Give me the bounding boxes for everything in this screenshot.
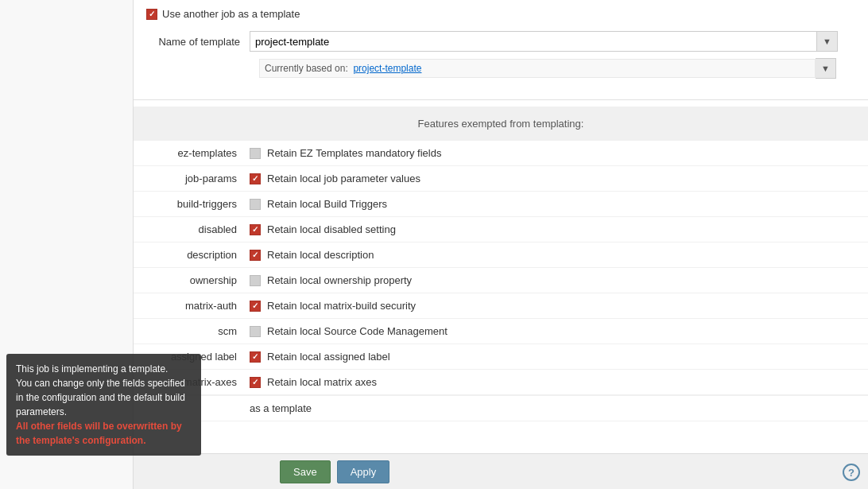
partial-row: as a template: [134, 395, 868, 421]
tooltip-line3: All other fields will be overwritten by …: [16, 421, 182, 446]
feature-row-assigned-label: assigned label Retain local assigned lab…: [134, 344, 868, 370]
name-of-template-label: Name of template: [146, 36, 250, 48]
feature-row-ownership: ownership Retain local ownership propert…: [134, 268, 868, 293]
feature-label-matrix-axes: Retain local matrix axes: [267, 376, 377, 388]
feature-rows: ez-templates Retain EZ Templates mandato…: [134, 141, 868, 395]
checkbox-disabled[interactable]: [250, 224, 261, 235]
use-template-checkbox[interactable]: [146, 9, 157, 20]
tooltip-line2: You can change only the fields specified…: [16, 378, 185, 417]
help-icon[interactable]: ?: [843, 464, 860, 481]
feature-checkbox-assigned-label: Retain local assigned label: [250, 351, 390, 363]
feature-row-scm: scm Retain local Source Code Management: [134, 319, 868, 344]
feature-checkbox-build-triggers: Retain local Build Triggers: [250, 198, 387, 210]
feature-name-disabled: disabled: [146, 223, 250, 235]
feature-name-matrix-auth: matrix-auth: [146, 300, 250, 312]
use-template-row: Use another job as a template: [146, 8, 855, 20]
checkbox-description[interactable]: [250, 250, 261, 261]
feature-name-build-triggers: build-triggers: [146, 198, 250, 210]
save-button[interactable]: Save: [280, 460, 331, 483]
feature-label-job-params: Retain local job parameter values: [267, 173, 420, 184]
bottom-bar: Save Apply: [134, 453, 868, 489]
apply-button[interactable]: Apply: [337, 460, 390, 483]
feature-row-disabled: disabled Retain local disabled setting: [134, 217, 868, 243]
feature-label-ez-templates: Retain EZ Templates mandatory fields: [267, 147, 441, 159]
feature-row-description: description Retain local description: [134, 243, 868, 268]
currently-based-row: Currently based on: project-template ▼: [146, 58, 855, 79]
checkbox-build-triggers[interactable]: [250, 199, 261, 210]
feature-row-ez-templates: ez-templates Retain EZ Templates mandato…: [134, 141, 868, 166]
feature-label-ownership: Retain local ownership property: [267, 274, 412, 286]
features-section-header: Features exempted from templating:: [134, 107, 868, 141]
feature-name-description: description: [146, 249, 250, 261]
top-section: Use another job as a template Name of te…: [134, 0, 868, 93]
checkbox-ez-templates[interactable]: [250, 148, 261, 159]
feature-checkbox-matrix-auth: Retain local matrix-build security: [250, 300, 416, 312]
currently-based-arrow[interactable]: ▼: [816, 58, 836, 79]
divider-1: [134, 99, 868, 100]
template-select-wrapper: project-template ▼: [250, 31, 838, 52]
feature-row-matrix-auth: matrix-auth Retain local matrix-build se…: [134, 293, 868, 319]
feature-row-matrix-axes: matrix-axes Retain local matrix axes: [134, 370, 868, 395]
feature-checkbox-disabled: Retain local disabled setting: [250, 223, 396, 235]
partial-row-text: as a template: [250, 402, 312, 414]
feature-name-ez-templates: ez-templates: [146, 147, 250, 159]
feature-checkbox-ownership: Retain local ownership property: [250, 274, 412, 286]
feature-checkbox-ez-templates: Retain EZ Templates mandatory fields: [250, 147, 441, 159]
checkbox-ownership[interactable]: [250, 275, 261, 286]
feature-label-matrix-auth: Retain local matrix-build security: [267, 300, 416, 312]
feature-label-scm: Retain local Source Code Management: [267, 325, 448, 337]
template-select-arrow[interactable]: ▼: [817, 31, 838, 52]
feature-checkbox-job-params: Retain local job parameter values: [250, 173, 420, 184]
tooltip-overlay: This job is implementing a template. You…: [6, 354, 201, 456]
template-select[interactable]: project-template: [250, 31, 817, 52]
checkbox-scm[interactable]: [250, 326, 261, 337]
feature-name-job-params: job-params: [146, 173, 250, 184]
checkbox-matrix-axes[interactable]: [250, 377, 261, 388]
feature-checkbox-matrix-axes: Retain local matrix axes: [250, 376, 377, 388]
feature-row-job-params: job-params Retain local job parameter va…: [134, 166, 868, 192]
main-content: Use another job as a template Name of te…: [134, 0, 868, 489]
currently-based-label: Currently based on:: [265, 63, 348, 74]
currently-based-link[interactable]: project-template: [353, 63, 421, 74]
checkbox-job-params[interactable]: [250, 173, 261, 184]
partial-row-area: as a template: [250, 402, 312, 414]
feature-checkbox-description: Retain local description: [250, 249, 374, 261]
features-title: Features exempted from templating:: [146, 113, 855, 134]
feature-label-description: Retain local description: [267, 249, 374, 261]
name-of-template-row: Name of template project-template ▼: [146, 31, 855, 52]
feature-label-assigned-label: Retain local assigned label: [267, 351, 390, 363]
feature-label-disabled: Retain local disabled setting: [267, 223, 396, 235]
checkbox-assigned-label[interactable]: [250, 351, 261, 363]
tooltip-line1: This job is implementing a template.: [16, 363, 168, 375]
checkbox-matrix-auth[interactable]: [250, 301, 261, 312]
currently-based-text: Currently based on: project-template: [259, 59, 816, 78]
use-template-label: Use another job as a template: [162, 8, 300, 20]
feature-row-build-triggers: build-triggers Retain local Build Trigge…: [134, 192, 868, 217]
feature-checkbox-scm: Retain local Source Code Management: [250, 325, 448, 337]
feature-name-scm: scm: [146, 325, 250, 337]
feature-name-ownership: ownership: [146, 274, 250, 286]
feature-label-build-triggers: Retain local Build Triggers: [267, 198, 387, 210]
